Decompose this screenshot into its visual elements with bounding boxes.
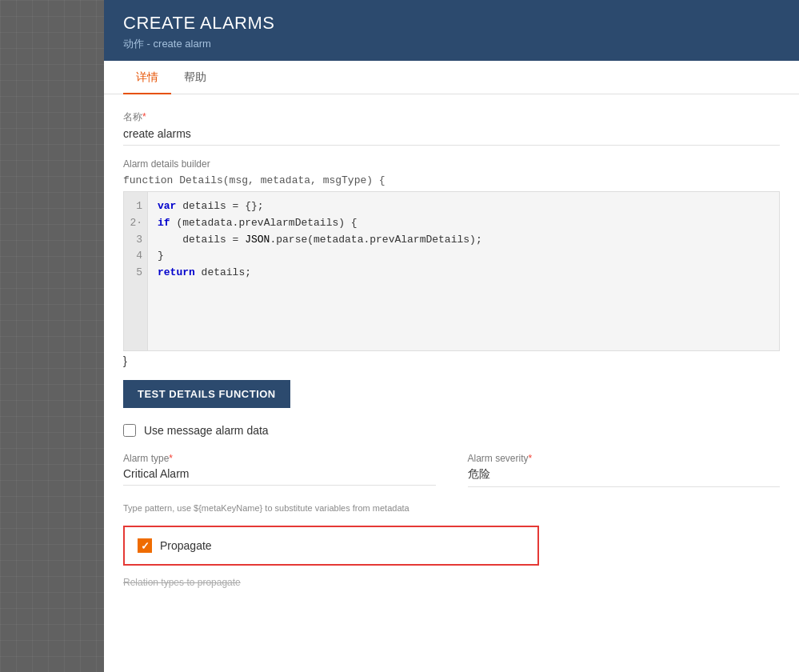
relation-types-label: Relation types to propagate: [123, 577, 780, 588]
propagate-label: Propagate: [160, 539, 212, 552]
form-content: 名称* create alarms Alarm details builder …: [104, 94, 799, 672]
tab-bar: 详情 帮助: [104, 61, 799, 94]
alarm-severity-value[interactable]: 危险: [468, 467, 781, 487]
code-function-header: function Details(msg, metadata, msgType)…: [123, 174, 780, 186]
alarm-type-field: Alarm type* Critical Alarm: [123, 453, 436, 500]
code-line-3: details = JSON.parse(metadata.prevAlarmD…: [158, 232, 769, 249]
name-label: 名称*: [123, 110, 780, 124]
code-line-4: }: [158, 248, 769, 265]
alarm-type-severity-row: Alarm type* Critical Alarm Alarm severit…: [123, 453, 780, 500]
tab-details[interactable]: 详情: [123, 61, 171, 94]
test-details-function-button[interactable]: TEST DETAILS FUNCTION: [123, 380, 290, 408]
main-panel: CREATE ALARMS 动作 - create alarm 详情 帮助 名称…: [104, 0, 799, 672]
alarm-severity-label: Alarm severity*: [468, 453, 781, 464]
use-message-alarm-data-checkbox[interactable]: [123, 424, 136, 437]
code-line-5: return details;: [158, 265, 769, 282]
name-value[interactable]: create alarms: [123, 127, 780, 146]
sidebar: [0, 0, 104, 672]
use-message-alarm-data-row: Use message alarm data: [123, 424, 780, 437]
propagate-checkbox[interactable]: [138, 538, 152, 553]
sidebar-grid: [0, 0, 104, 672]
code-editor[interactable]: 1 2· 3 4 5 var details = {}; if (metadat…: [123, 191, 780, 351]
code-line-1: var details = {};: [158, 198, 769, 215]
page-subtitle: 动作 - create alarm: [123, 37, 780, 51]
line-numbers: 1 2· 3 4 5: [124, 192, 148, 350]
alarm-details-builder-label: Alarm details builder: [123, 158, 780, 170]
tab-help[interactable]: 帮助: [171, 61, 219, 94]
alarm-severity-field: Alarm severity* 危险: [468, 453, 781, 500]
alarm-type-note: Type pattern, use ${metaKeyName} to subs…: [123, 503, 780, 513]
header: CREATE ALARMS 动作 - create alarm: [104, 0, 799, 61]
use-message-alarm-data-label: Use message alarm data: [144, 424, 269, 437]
page-title: CREATE ALARMS: [123, 13, 780, 34]
code-close-brace: }: [123, 354, 780, 367]
alarm-type-value[interactable]: Critical Alarm: [123, 467, 436, 486]
alarm-type-label: Alarm type*: [123, 453, 436, 464]
code-line-2: if (metadata.prevAlarmDetails) {: [158, 215, 769, 232]
code-content[interactable]: var details = {}; if (metadata.prevAlarm…: [148, 192, 779, 350]
propagate-section: Propagate: [123, 526, 539, 566]
